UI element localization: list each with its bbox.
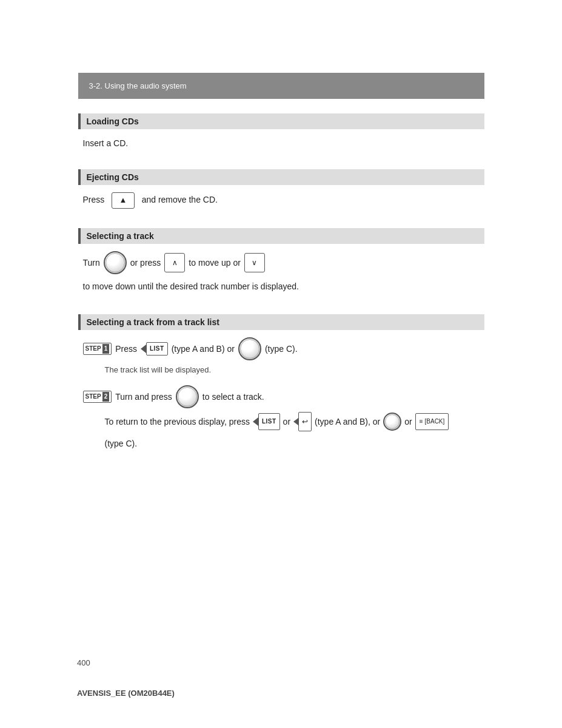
back-triangle-icon [293, 418, 298, 425]
up-button[interactable]: ∧ [164, 253, 185, 272]
step-1-line: STEP1 Press LIST (type A and B) or (type… [83, 337, 480, 360]
section-selecting-track-list: Selecting a track from a track list [78, 314, 484, 330]
down-arrow-icon: ∨ [252, 255, 257, 270]
list-button-2[interactable]: LIST [258, 413, 280, 430]
section-selecting-track-list-body: STEP1 Press LIST (type A and B) or (type… [78, 337, 484, 467]
step-2-block: STEP2 Turn and press to select a track. … [83, 385, 480, 453]
section-ejecting-cds-body: Press ▲ and remove the CD. [78, 192, 484, 214]
list-button-wrap: LIST [141, 342, 168, 356]
back-arrow-icon: ↩ [302, 414, 308, 430]
step-1-subtext: The track list will be displayed. [83, 364, 480, 377]
up-arrow-icon: ∧ [172, 255, 178, 270]
step-2-subtext: To return to the previous display, press… [83, 412, 480, 453]
step-2-badge: STEP2 [83, 391, 112, 403]
step2-knob[interactable] [176, 385, 199, 408]
main-content: Loading CDs Insert a CD. Ejecting CDs Pr… [78, 113, 484, 503]
list-triangle-2-icon [253, 417, 258, 426]
back-key-equals-icon: ≡ [420, 415, 423, 428]
document-id: AVENSIS_EE (OM20B44E) [77, 689, 175, 698]
track-knob[interactable] [104, 251, 127, 274]
back-key-button[interactable]: ≡ [BACK] [415, 413, 449, 430]
down-button[interactable]: ∨ [244, 253, 265, 272]
list-button-2-wrap: LIST [253, 413, 280, 430]
page-number: 400 [77, 658, 90, 667]
step-1-badge: STEP1 [83, 343, 112, 355]
list-triangle-icon [141, 345, 146, 353]
section-selecting-track-body: Turn or press ∧ to move up or ∨ to move … [78, 251, 484, 300]
eject-button[interactable]: ▲ [112, 192, 135, 209]
section-header-bar: 3-2. Using the audio system [78, 73, 484, 99]
section-title: 3-2. Using the audio system [89, 81, 187, 90]
step2-back-knob[interactable] [383, 413, 401, 431]
back-button-wrap: ↩ [293, 412, 312, 431]
eject-icon: ▲ [119, 194, 127, 207]
section-loading-cds-body: Insert a CD. [78, 136, 484, 155]
list-button[interactable]: LIST [146, 342, 168, 356]
step-2-line: STEP2 Turn and press to select a track. [83, 385, 480, 408]
back-button[interactable]: ↩ [298, 412, 312, 431]
step-1-block: STEP1 Press LIST (type A and B) or (type… [83, 337, 480, 377]
section-selecting-track: Selecting a track [78, 228, 484, 244]
section-loading-cds: Loading CDs [78, 113, 484, 129]
section-ejecting-cds: Ejecting CDs [78, 169, 484, 185]
step1-knob[interactable] [238, 337, 261, 360]
